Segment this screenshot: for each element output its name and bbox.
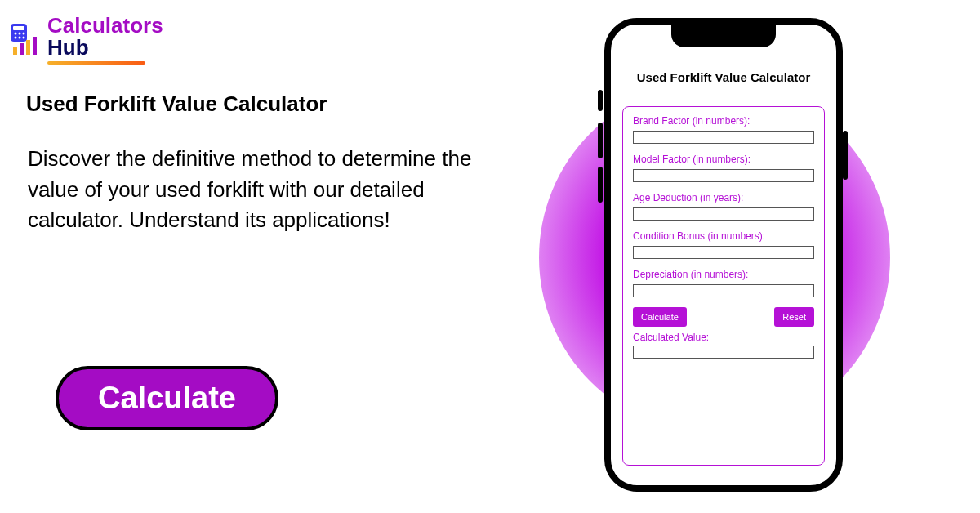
- field-condition-bonus: Condition Bonus (in numbers):: [633, 230, 814, 259]
- condition-bonus-input[interactable]: [633, 246, 814, 259]
- svg-point-2: [15, 33, 17, 35]
- brand-name-part1: Calculators: [47, 13, 163, 38]
- calculator-bars-icon: [8, 22, 42, 56]
- svg-point-4: [23, 33, 25, 35]
- phone-side-button: [598, 123, 603, 158]
- brand-factor-input[interactable]: [633, 131, 814, 144]
- field-label: Brand Factor (in numbers):: [633, 115, 814, 127]
- svg-point-5: [15, 37, 17, 39]
- field-brand-factor: Brand Factor (in numbers):: [633, 115, 814, 144]
- svg-rect-1: [13, 26, 24, 30]
- field-label: Model Factor (in numbers):: [633, 154, 814, 165]
- field-age-deduction: Age Deduction (in years):: [633, 192, 814, 221]
- field-model-factor: Model Factor (in numbers):: [633, 154, 814, 182]
- brand-underline: [47, 61, 145, 65]
- calculate-button[interactable]: Calculate: [633, 307, 687, 327]
- brand-name-part2: Hub: [47, 35, 89, 60]
- page-description: Discover the definitive method to determ…: [28, 144, 485, 236]
- field-label: Depreciation (in numbers):: [633, 269, 814, 280]
- phone-side-button: [598, 90, 603, 111]
- svg-point-7: [23, 37, 25, 39]
- field-depreciation: Depreciation (in numbers):: [633, 269, 814, 297]
- phone-notch: [671, 25, 776, 47]
- svg-rect-9: [20, 43, 24, 55]
- output-label: Calculated Value:: [633, 332, 814, 343]
- phone-side-button: [843, 131, 848, 180]
- phone-side-button: [598, 167, 603, 203]
- svg-rect-11: [33, 37, 37, 55]
- field-label: Age Deduction (in years):: [633, 192, 814, 203]
- svg-point-6: [19, 37, 21, 39]
- svg-rect-8: [13, 47, 17, 55]
- page-title: Used Forklift Value Calculator: [26, 91, 327, 117]
- field-label: Condition Bonus (in numbers):: [633, 230, 814, 242]
- brand-logo: Calculators Hub: [8, 15, 163, 65]
- button-row: Calculate Reset: [633, 307, 814, 327]
- svg-point-3: [19, 33, 21, 35]
- model-factor-input[interactable]: [633, 169, 814, 182]
- age-deduction-input[interactable]: [633, 207, 814, 221]
- reset-button[interactable]: Reset: [774, 307, 814, 327]
- brand-name: Calculators Hub: [47, 15, 163, 60]
- depreciation-input[interactable]: [633, 284, 814, 297]
- calculated-value-output: [633, 346, 814, 359]
- phone-mockup: Used Forklift Value Calculator Brand Fac…: [604, 18, 843, 492]
- calculator-title: Used Forklift Value Calculator: [611, 70, 836, 84]
- calculate-cta-button[interactable]: Calculate: [56, 366, 278, 430]
- svg-rect-10: [26, 40, 30, 55]
- calculator-form: Brand Factor (in numbers): Model Factor …: [622, 106, 825, 466]
